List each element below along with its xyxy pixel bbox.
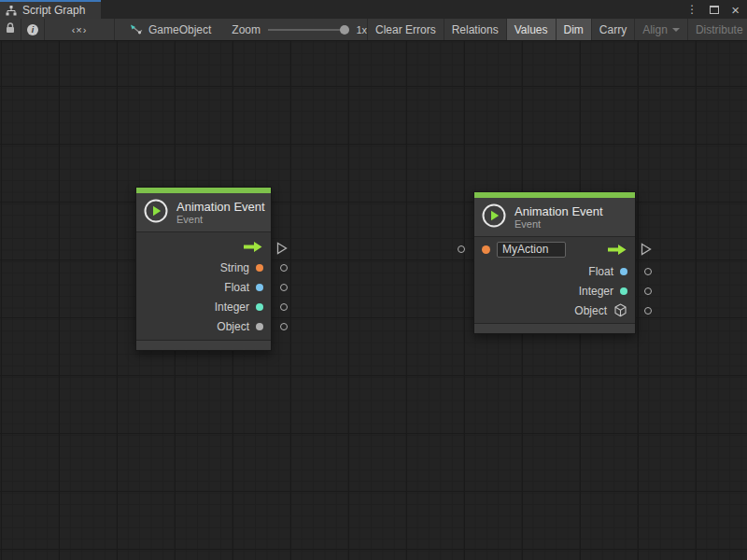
string-output-port[interactable] <box>280 264 288 272</box>
node-footer <box>136 341 271 350</box>
node-header[interactable]: Animation Event Event <box>474 198 635 236</box>
code-icon: ‹×› <box>72 24 88 35</box>
align-label: Align <box>642 23 668 36</box>
script-machine-icon <box>130 24 143 35</box>
node-title: Animation Event <box>176 200 265 214</box>
zoom-label: Zoom <box>232 23 261 36</box>
float-port-dot <box>256 284 263 291</box>
object-port-dot <box>256 323 263 330</box>
title-bar: ⋮ × <box>101 0 747 19</box>
flow-arrow-icon <box>242 240 263 257</box>
clear-errors-button[interactable]: Clear Errors <box>367 19 444 40</box>
animation-event-node-1[interactable]: Animation Event Event <box>135 187 272 351</box>
node-title: Animation Event <box>514 204 603 218</box>
lock-icon <box>6 22 15 36</box>
string-port-dot <box>256 264 263 272</box>
window-maximize-icon[interactable] <box>710 6 719 14</box>
tab-script-graph[interactable]: Script Graph <box>0 0 101 19</box>
node-body: String Float Integer Object <box>136 231 271 341</box>
port-row-integer: Integer <box>136 297 271 316</box>
distribute-dropdown[interactable]: Distribute <box>688 19 747 40</box>
integer-output-port[interactable] <box>644 287 652 295</box>
trigger-output-port[interactable] <box>276 242 288 255</box>
float-output-port[interactable] <box>280 284 288 291</box>
lock-button[interactable] <box>0 19 21 40</box>
align-dropdown[interactable]: Align <box>635 19 688 40</box>
animation-event-node-2[interactable]: Animation Event Event <box>473 191 636 334</box>
port-row-integer: Integer <box>474 281 635 301</box>
event-name-input[interactable] <box>497 242 566 258</box>
port-row-float: Float <box>136 277 271 297</box>
relations-button[interactable]: Relations <box>444 19 507 40</box>
object-output-port[interactable] <box>280 323 288 330</box>
trigger-output-port[interactable] <box>641 243 652 256</box>
target-gameobject-label[interactable]: GameObject <box>148 23 211 36</box>
distribute-label: Distribute <box>696 23 743 36</box>
flow-arrow-icon <box>606 244 627 256</box>
info-button[interactable]: i <box>21 19 45 40</box>
port-label: String <box>220 261 249 274</box>
graph-canvas[interactable]: Animation Event Event <box>0 41 747 560</box>
port-label: Float <box>224 281 249 294</box>
cube-icon <box>613 303 627 317</box>
string-port-dot <box>482 245 490 254</box>
node-header[interactable]: Animation Event Event <box>136 193 271 231</box>
port-label: Integer <box>215 301 249 314</box>
node-footer <box>474 324 635 333</box>
zoom-slider[interactable] <box>268 29 346 31</box>
float-output-port[interactable] <box>644 268 652 275</box>
zoom-slider-handle[interactable] <box>340 25 349 35</box>
port-label: Float <box>588 265 613 278</box>
window-close-icon[interactable]: × <box>731 3 740 17</box>
object-output-port[interactable] <box>644 307 652 315</box>
tab-title: Script Graph <box>22 4 85 17</box>
graph-toolbar: i ‹×› GameObject Zoom 1x Clear Errors Re… <box>0 19 747 41</box>
port-label: Object <box>217 320 249 333</box>
event-play-icon <box>482 203 506 231</box>
port-row-string: String <box>136 258 271 277</box>
node-body: Float Integer Object <box>474 236 635 324</box>
trigger-port-row <box>136 238 271 258</box>
dropdown-arrow-icon <box>672 28 680 32</box>
code-preview-button[interactable]: ‹×› <box>45 19 115 40</box>
values-toggle[interactable]: Values <box>507 19 557 40</box>
port-row-object: Object <box>474 301 635 320</box>
carry-toggle[interactable]: Carry <box>592 19 635 40</box>
target-zoom-section: GameObject Zoom 1x <box>115 19 367 40</box>
graph-hierarchy-icon <box>6 6 17 16</box>
name-input-port[interactable] <box>458 245 465 253</box>
float-port-dot <box>620 268 627 275</box>
port-row-float: Float <box>474 261 635 281</box>
event-play-icon <box>144 199 168 227</box>
integer-port-dot <box>620 287 627 295</box>
integer-output-port[interactable] <box>280 303 288 311</box>
tab-bar: Script Graph ⋮ × <box>0 0 747 19</box>
port-label: Object <box>574 304 607 317</box>
zoom-value: 1x <box>356 24 367 35</box>
port-row-object: Object <box>136 316 271 336</box>
script-graph-window: Script Graph ⋮ × i ‹×› <box>0 0 747 560</box>
info-icon: i <box>27 24 38 35</box>
dim-toggle[interactable]: Dim <box>557 19 592 40</box>
node-subtitle: Event <box>176 214 265 226</box>
name-input-row <box>474 237 635 261</box>
window-menu-icon[interactable]: ⋮ <box>686 4 698 15</box>
node-subtitle: Event <box>514 218 603 231</box>
port-label: Integer <box>579 285 613 298</box>
integer-port-dot <box>256 303 263 311</box>
